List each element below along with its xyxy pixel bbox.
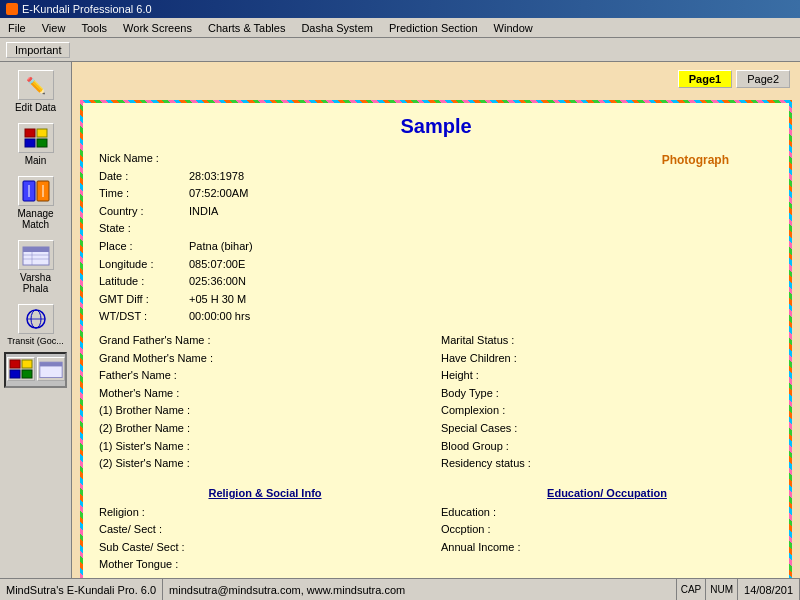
religion-heading: Religion & Social Info (99, 487, 431, 499)
wt-row: WT/DST : 00:00:00 hrs (99, 308, 613, 326)
title-text: E-Kundali Professional 6.0 (22, 3, 152, 15)
menu-file[interactable]: File (4, 21, 30, 35)
photograph-area (633, 150, 773, 326)
menu-dasha[interactable]: Dasha System (297, 21, 377, 35)
latitude-row: Latitude : 025:36:00N (99, 273, 613, 291)
edit-data-icon: ✏️ (18, 70, 54, 100)
gmt-label: GMT Diff : (99, 291, 189, 309)
menu-window[interactable]: Window (490, 21, 537, 35)
page1-button[interactable]: Page1 (678, 70, 732, 88)
religion-row: Religion : (99, 504, 431, 522)
height-row: Height : (441, 367, 773, 385)
sidebar-item-varsha-phala[interactable]: Varsha Phala (4, 236, 67, 298)
father-label: Father's Name : (99, 367, 189, 385)
time-row: Time : 07:52:00AM (99, 185, 613, 203)
occupation-label: Occption : (441, 521, 531, 539)
status-num: NUM (706, 579, 738, 600)
state-label: State : (99, 220, 189, 238)
sister1-label: (1) Sister's Name : (99, 438, 190, 456)
important-button[interactable]: Important (6, 42, 70, 58)
special-label: Special Cases : (441, 420, 531, 438)
svg-rect-3 (37, 139, 47, 147)
residency-label: Residency status : (441, 455, 531, 473)
varsha-phala-icon (18, 240, 54, 270)
content-area: Page1 Page2 Sample Photograph Nick Name … (72, 62, 800, 578)
sister2-label: (2) Sister's Name : (99, 455, 190, 473)
basic-info-left: Nick Name : Date : 28:03:1978 Time : 07:… (99, 150, 613, 326)
state-row: State : (99, 220, 613, 238)
profile-title: Sample (99, 115, 773, 138)
education-fields: Education : Occption : Annual Income : (441, 504, 773, 578)
extra1-icon (7, 357, 35, 381)
page2-button[interactable]: Page2 (736, 70, 790, 88)
sidebar-item-edit-data[interactable]: ✏️ Edit Data (4, 66, 67, 117)
longitude-value: 085:07:00E (189, 256, 245, 274)
brother1-row: (1) Brother Name : (99, 402, 431, 420)
photograph-label: Photograph (662, 153, 729, 167)
extra2-icon (37, 357, 65, 381)
time-label: Time : (99, 185, 189, 203)
longitude-row: Longitude : 085:07:00E (99, 256, 613, 274)
menu-view[interactable]: View (38, 21, 70, 35)
longitude-label: Longitude : (99, 256, 189, 274)
status-app: MindSutra's E-Kundali Pro. 6.0 (0, 579, 163, 600)
transit-icon (18, 304, 54, 334)
manage-match-icon (18, 176, 54, 206)
place-label: Place : (99, 238, 189, 256)
sister1-row: (1) Sister's Name : (99, 438, 431, 456)
brother2-label: (2) Brother Name : (99, 420, 190, 438)
bottom-grid: Religion : Caste/ Sect : Sub Caste/ Sect… (99, 504, 773, 578)
status-bar: MindSutra's E-Kundali Pro. 6.0 mindsutra… (0, 578, 800, 600)
income-row: Annual Income : (441, 539, 773, 557)
brother2-row: (2) Brother Name : (99, 420, 431, 438)
religion-fields: Religion : Caste/ Sect : Sub Caste/ Sect… (99, 504, 431, 578)
menu-prediction[interactable]: Prediction Section (385, 21, 482, 35)
grandmother-row: Grand Mother's Name : (99, 350, 431, 368)
sidebar-item-extra1[interactable] (4, 352, 67, 388)
menu-tools[interactable]: Tools (77, 21, 111, 35)
subcaste-label: Sub Caste/ Sect : (99, 539, 189, 557)
residency-row: Residency status : (441, 455, 773, 473)
sidebar-item-manage-match[interactable]: Manage Match (4, 172, 67, 234)
svg-rect-9 (23, 247, 49, 252)
status-date: 14/08/201 (738, 579, 800, 600)
menu-charts[interactable]: Charts & Tables (204, 21, 289, 35)
profile-card: Sample Photograph Nick Name : Date : 28:… (80, 100, 792, 578)
svg-rect-16 (10, 360, 20, 368)
svg-rect-2 (25, 139, 35, 147)
main-layout: ✏️ Edit Data Main (0, 62, 800, 578)
menu-workscreens[interactable]: Work Screens (119, 21, 196, 35)
svg-rect-17 (22, 360, 32, 368)
father-row: Father's Name : (99, 367, 431, 385)
sidebar-item-main[interactable]: Main (4, 119, 67, 170)
place-value: Patna (bihar) (189, 238, 253, 256)
mother-tongue-row: Mother Tongue : (99, 556, 431, 574)
grandfather-row: Grand Father's Name : (99, 332, 431, 350)
svg-rect-21 (39, 362, 61, 366)
menu-bar: File View Tools Work Screens Charts & Ta… (0, 18, 800, 38)
special-row: Special Cases : (441, 420, 773, 438)
wt-label: WT/DST : (99, 308, 189, 326)
status-cap: CAP (677, 579, 707, 600)
page-buttons: Page1 Page2 (678, 70, 790, 88)
family-right: Marital Status : Have Children : Height … (441, 332, 773, 473)
caste-label: Caste/ Sect : (99, 521, 189, 539)
body-label: Body Type : (441, 385, 531, 403)
religion-label: Religion : (99, 504, 189, 522)
time-value: 07:52:00AM (189, 185, 248, 203)
sidebar: ✏️ Edit Data Main (0, 62, 72, 578)
main-icon (18, 123, 54, 153)
toolbar: Important (0, 38, 800, 62)
svg-rect-0 (25, 129, 35, 137)
marital-label: Marital Status : (441, 332, 531, 350)
svg-rect-18 (10, 370, 20, 378)
latitude-label: Latitude : (99, 273, 189, 291)
brother1-label: (1) Brother Name : (99, 402, 190, 420)
app-icon (6, 3, 18, 15)
sidebar-item-transit[interactable]: Transit (Goc... (4, 300, 67, 350)
date-value: 28:03:1978 (189, 168, 244, 186)
mother-row: Mother's Name : (99, 385, 431, 403)
grandmother-label: Grand Mother's Name : (99, 350, 213, 368)
complexion-label: Complexion : (441, 402, 531, 420)
height-label: Height : (441, 367, 531, 385)
